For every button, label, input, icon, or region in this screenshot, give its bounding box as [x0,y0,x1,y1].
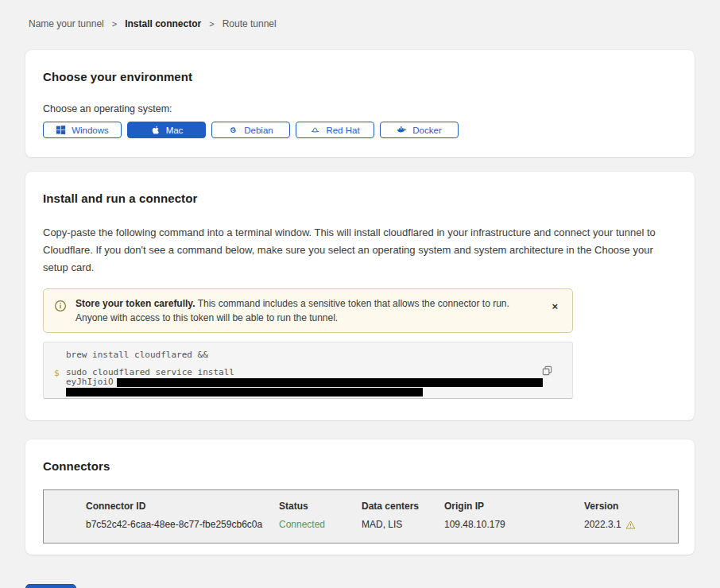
os-button-redhat[interactable]: Red Hat [296,122,374,138]
breadcrumb: Name your tunnel > Install connector > R… [25,0,695,29]
breadcrumb-install-connector[interactable]: Install connector [125,18,201,29]
redacted-token-bar [66,388,423,397]
copy-command-button[interactable] [540,363,555,381]
connectors-card: Connectors Connector ID Status Data cent… [25,439,695,555]
table-row: b7c52c42-6caa-48ee-8c77-fbe259cb6c0a Con… [86,519,678,530]
os-button-group: Windows Mac Debian Red [43,122,677,138]
token-prefix: eyJhIjoiO [66,377,114,387]
warning-triangle-icon [625,520,636,530]
col-header-origin-ip: Origin IP [444,501,584,512]
origin-ip-value: 109.48.10.179 [444,519,584,530]
copy-icon [541,365,553,377]
info-icon [54,300,67,312]
debian-icon [228,125,238,135]
col-header-connector-id: Connector ID [86,501,279,512]
os-button-label: Mac [166,126,184,135]
token-warning-banner: Store your token carefully. This command… [43,288,573,333]
windows-icon [56,125,66,135]
warning-title: Store your token carefully. [75,298,195,309]
redhat-icon [310,125,320,135]
col-header-version: Version [584,501,678,512]
connectors-card-title: Connectors [43,459,677,473]
os-button-label: Docker [412,126,441,135]
page: Name your tunnel > Install connector > R… [0,0,720,588]
os-button-label: Debian [244,126,273,135]
connectors-table: Connector ID Status Data centers Origin … [43,489,679,544]
os-button-mac[interactable]: Mac [127,122,206,138]
environment-card: Choose your environment Choose an operat… [25,50,695,157]
os-select-label: Choose an operating system: [43,103,677,114]
terminal-command-block: brew install cloudflared && $ sudo cloud… [43,342,573,399]
version-value: 2022.3.1 [584,519,678,530]
apple-icon [150,125,161,135]
status-badge: Connected [279,519,362,530]
breadcrumb-name-your-tunnel[interactable]: Name your tunnel [29,18,104,29]
col-header-data-centers: Data centers [362,501,444,512]
os-button-debian[interactable]: Debian [211,122,290,138]
os-button-label: Windows [72,126,109,135]
col-header-status: Status [279,501,362,512]
os-button-windows[interactable]: Windows [43,122,122,138]
os-button-docker[interactable]: Docker [380,122,459,138]
version-number: 2022.3.1 [584,519,621,530]
terminal-line-brew: brew install cloudflared && [66,350,550,360]
environment-card-title: Choose your environment [43,70,677,83]
warning-message: Store your token carefully. This command… [75,296,538,325]
install-card-title: Install and run a connector [43,191,677,205]
redacted-token-bar [117,378,543,387]
connectors-table-header: Connector ID Status Data centers Origin … [86,501,678,512]
docker-icon [397,125,407,135]
breadcrumb-route-tunnel[interactable]: Route tunnel [223,18,277,29]
terminal-prompt: $ [54,368,60,378]
terminal-line-sudo: sudo cloudflared service install [66,368,550,377]
connector-id-value: b7c52c42-6caa-48ee-8c77-fbe259cb6c0a [86,519,279,530]
install-description: Copy-paste the following command into a … [43,224,677,277]
breadcrumb-separator: > [112,19,117,29]
install-card: Install and run a connector Copy-paste t… [25,172,695,420]
terminal-line-token-2 [66,387,550,397]
breadcrumb-separator: > [209,19,214,29]
data-centers-value: MAD, LIS [362,519,444,530]
os-button-label: Red Hat [326,126,359,135]
next-button[interactable]: Next [25,584,76,588]
terminal-line-token: eyJhIjoiO [66,377,550,387]
close-icon[interactable]: × [547,296,563,316]
